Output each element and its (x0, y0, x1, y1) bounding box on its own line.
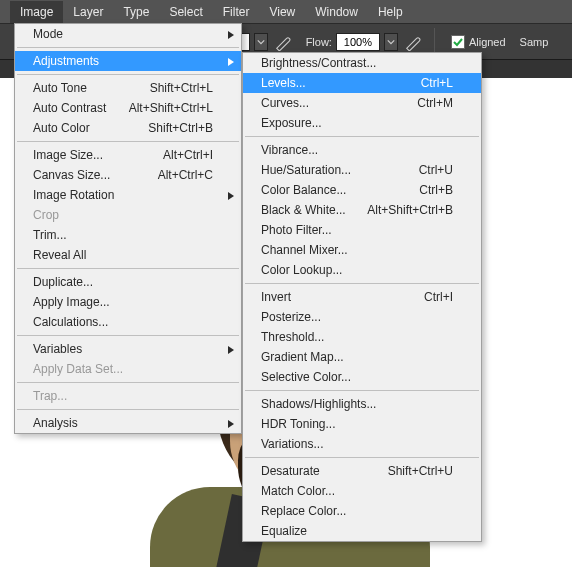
submenu-arrow-icon (227, 56, 235, 70)
menu-item-label: Canvas Size... (33, 168, 110, 182)
menu-item-label: Reveal All (33, 248, 86, 262)
image-menu-mode[interactable]: Mode (15, 24, 241, 44)
image-menu-separator (17, 382, 239, 383)
menu-item-shortcut: Shift+Ctrl+U (388, 464, 453, 478)
adjustments-separator (245, 390, 479, 391)
menu-item-label: Auto Color (33, 121, 90, 135)
image-menu-canvas-size[interactable]: Canvas Size...Alt+Ctrl+C (15, 165, 241, 185)
image-menu-separator (17, 409, 239, 410)
adjustments-separator (245, 136, 479, 137)
menubar-item-image[interactable]: Image (10, 1, 63, 23)
adjustments-match-color[interactable]: Match Color... (243, 481, 481, 501)
menu-item-label: Curves... (261, 96, 309, 110)
menu-item-label: Duplicate... (33, 275, 93, 289)
menubar-item-help[interactable]: Help (368, 1, 413, 23)
image-menu: ModeAdjustmentsAuto ToneShift+Ctrl+LAuto… (14, 23, 242, 434)
opacity-dropdown-icon[interactable] (254, 33, 268, 51)
adjustments-threshold[interactable]: Threshold... (243, 327, 481, 347)
menubar-item-view[interactable]: View (259, 1, 305, 23)
submenu-arrow-icon (227, 344, 235, 358)
adjustments-gradient-map[interactable]: Gradient Map... (243, 347, 481, 367)
image-menu-reveal-all[interactable]: Reveal All (15, 245, 241, 265)
menubar: ImageLayerTypeSelectFilterViewWindowHelp (0, 0, 572, 23)
menu-item-label: Calculations... (33, 315, 108, 329)
menu-item-label: Selective Color... (261, 370, 351, 384)
menu-item-label: Trim... (33, 228, 67, 242)
adjustments-color-balance[interactable]: Color Balance...Ctrl+B (243, 180, 481, 200)
image-menu-auto-tone[interactable]: Auto ToneShift+Ctrl+L (15, 78, 241, 98)
adjustments-levels[interactable]: Levels...Ctrl+L (243, 73, 481, 93)
menu-item-shortcut: Alt+Ctrl+I (163, 148, 213, 162)
image-menu-crop: Crop (15, 205, 241, 225)
menu-item-label: Variables (33, 342, 82, 356)
menu-item-shortcut: Alt+Ctrl+C (158, 168, 213, 182)
menu-item-label: Channel Mixer... (261, 243, 348, 257)
menu-item-label: HDR Toning... (261, 417, 335, 431)
airbrush-icon[interactable] (402, 31, 424, 53)
flow-input[interactable] (336, 33, 380, 51)
adjustments-replace-color[interactable]: Replace Color... (243, 501, 481, 521)
adjustments-variations[interactable]: Variations... (243, 434, 481, 454)
adjustments-selective-color[interactable]: Selective Color... (243, 367, 481, 387)
adjustments-posterize[interactable]: Posterize... (243, 307, 481, 327)
menubar-item-type[interactable]: Type (113, 1, 159, 23)
adjustments-black-white[interactable]: Black & White...Alt+Shift+Ctrl+B (243, 200, 481, 220)
flow-dropdown-icon[interactable] (384, 33, 398, 51)
menubar-item-layer[interactable]: Layer (63, 1, 113, 23)
menu-item-shortcut: Alt+Shift+Ctrl+L (129, 101, 213, 115)
menu-item-label: Posterize... (261, 310, 321, 324)
menubar-item-window[interactable]: Window (305, 1, 368, 23)
image-menu-auto-contrast[interactable]: Auto ContrastAlt+Shift+Ctrl+L (15, 98, 241, 118)
sample-label-fragment: Samp (520, 36, 549, 48)
image-menu-analysis[interactable]: Analysis (15, 413, 241, 433)
adjustments-photo-filter[interactable]: Photo Filter... (243, 220, 481, 240)
menubar-item-select[interactable]: Select (159, 1, 212, 23)
adjustments-color-lookup[interactable]: Color Lookup... (243, 260, 481, 280)
menu-item-shortcut: Ctrl+L (421, 76, 453, 90)
flow-label: Flow: (306, 36, 332, 48)
menu-item-label: Image Size... (33, 148, 103, 162)
menu-item-label: Mode (33, 27, 63, 41)
image-menu-trim[interactable]: Trim... (15, 225, 241, 245)
adjustments-vibrance[interactable]: Vibrance... (243, 140, 481, 160)
adjustments-brightness-contrast[interactable]: Brightness/Contrast... (243, 53, 481, 73)
adjustments-curves[interactable]: Curves...Ctrl+M (243, 93, 481, 113)
menu-item-shortcut: Shift+Ctrl+B (148, 121, 213, 135)
image-menu-duplicate[interactable]: Duplicate... (15, 272, 241, 292)
menu-item-label: Image Rotation (33, 188, 114, 202)
adjustments-hdr-toning[interactable]: HDR Toning... (243, 414, 481, 434)
opacity-pressure-icon[interactable] (272, 31, 294, 53)
image-menu-variables[interactable]: Variables (15, 339, 241, 359)
image-menu-calculations[interactable]: Calculations... (15, 312, 241, 332)
adjustments-separator (245, 457, 479, 458)
submenu-arrow-icon (227, 190, 235, 204)
menu-item-label: Photo Filter... (261, 223, 332, 237)
adjustments-submenu: Brightness/Contrast...Levels...Ctrl+LCur… (242, 52, 482, 542)
adjustments-separator (245, 283, 479, 284)
menu-item-label: Color Lookup... (261, 263, 342, 277)
image-menu-trap: Trap... (15, 386, 241, 406)
menu-item-label: Trap... (33, 389, 67, 403)
adjustments-shadows-highlights[interactable]: Shadows/Highlights... (243, 394, 481, 414)
menu-item-label: Hue/Saturation... (261, 163, 351, 177)
menu-item-label: Levels... (261, 76, 306, 90)
image-menu-image-size[interactable]: Image Size...Alt+Ctrl+I (15, 145, 241, 165)
submenu-arrow-icon (227, 29, 235, 43)
adjustments-invert[interactable]: InvertCtrl+I (243, 287, 481, 307)
adjustments-channel-mixer[interactable]: Channel Mixer... (243, 240, 481, 260)
adjustments-exposure[interactable]: Exposure... (243, 113, 481, 133)
adjustments-desaturate[interactable]: DesaturateShift+Ctrl+U (243, 461, 481, 481)
image-menu-auto-color[interactable]: Auto ColorShift+Ctrl+B (15, 118, 241, 138)
adjustments-hue-saturation[interactable]: Hue/Saturation...Ctrl+U (243, 160, 481, 180)
aligned-label: Aligned (469, 36, 506, 48)
image-menu-separator (17, 74, 239, 75)
image-menu-apply-image[interactable]: Apply Image... (15, 292, 241, 312)
menu-item-label: Match Color... (261, 484, 335, 498)
image-menu-apply-data-set: Apply Data Set... (15, 359, 241, 379)
image-menu-adjustments[interactable]: Adjustments (15, 51, 241, 71)
adjustments-equalize[interactable]: Equalize (243, 521, 481, 541)
menu-item-shortcut: Shift+Ctrl+L (150, 81, 213, 95)
image-menu-image-rotation[interactable]: Image Rotation (15, 185, 241, 205)
aligned-checkbox[interactable] (451, 35, 465, 49)
menubar-item-filter[interactable]: Filter (213, 1, 260, 23)
